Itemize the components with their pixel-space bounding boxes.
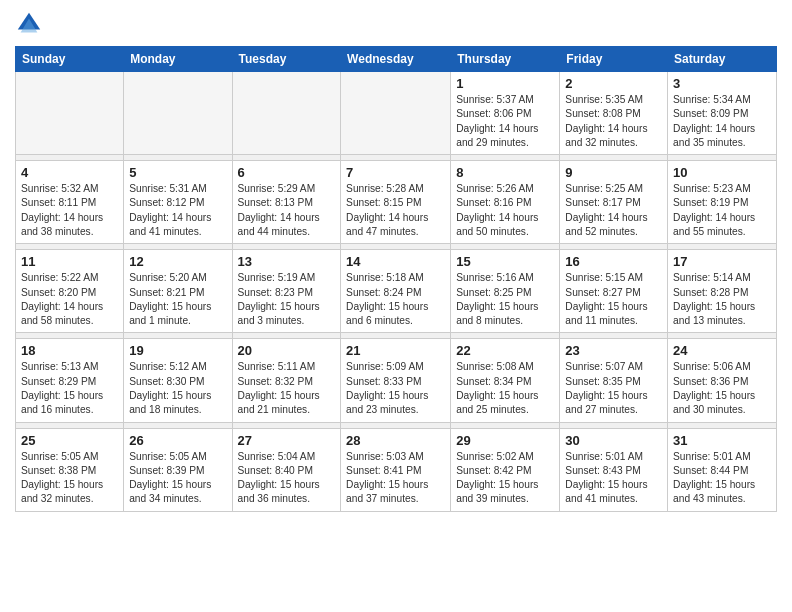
calendar-cell: 2Sunrise: 5:35 AMSunset: 8:08 PMDaylight… [560,72,668,155]
calendar-cell: 21Sunrise: 5:09 AMSunset: 8:33 PMDayligh… [341,339,451,422]
calendar-cell: 9Sunrise: 5:25 AMSunset: 8:17 PMDaylight… [560,161,668,244]
day-number: 2 [565,76,662,91]
calendar-cell: 24Sunrise: 5:06 AMSunset: 8:36 PMDayligh… [668,339,777,422]
day-info: Sunrise: 5:37 AMSunset: 8:06 PMDaylight:… [456,93,554,150]
calendar-cell: 19Sunrise: 5:12 AMSunset: 8:30 PMDayligh… [124,339,232,422]
day-number: 14 [346,254,445,269]
day-info: Sunrise: 5:12 AMSunset: 8:30 PMDaylight:… [129,360,226,417]
day-header-wednesday: Wednesday [341,47,451,72]
day-number: 30 [565,433,662,448]
calendar-cell: 12Sunrise: 5:20 AMSunset: 8:21 PMDayligh… [124,250,232,333]
day-number: 15 [456,254,554,269]
calendar-cell: 15Sunrise: 5:16 AMSunset: 8:25 PMDayligh… [451,250,560,333]
day-info: Sunrise: 5:01 AMSunset: 8:43 PMDaylight:… [565,450,662,507]
calendar-cell: 25Sunrise: 5:05 AMSunset: 8:38 PMDayligh… [16,428,124,511]
calendar-cell: 13Sunrise: 5:19 AMSunset: 8:23 PMDayligh… [232,250,341,333]
day-info: Sunrise: 5:13 AMSunset: 8:29 PMDaylight:… [21,360,118,417]
header [15,10,777,38]
day-info: Sunrise: 5:20 AMSunset: 8:21 PMDaylight:… [129,271,226,328]
day-number: 8 [456,165,554,180]
day-number: 5 [129,165,226,180]
logo-icon [15,10,43,38]
day-number: 31 [673,433,771,448]
day-number: 20 [238,343,336,358]
calendar-cell: 1Sunrise: 5:37 AMSunset: 8:06 PMDaylight… [451,72,560,155]
day-info: Sunrise: 5:25 AMSunset: 8:17 PMDaylight:… [565,182,662,239]
day-number: 23 [565,343,662,358]
day-info: Sunrise: 5:19 AMSunset: 8:23 PMDaylight:… [238,271,336,328]
day-info: Sunrise: 5:29 AMSunset: 8:13 PMDaylight:… [238,182,336,239]
calendar-cell: 27Sunrise: 5:04 AMSunset: 8:40 PMDayligh… [232,428,341,511]
calendar-cell [16,72,124,155]
calendar-cell: 22Sunrise: 5:08 AMSunset: 8:34 PMDayligh… [451,339,560,422]
calendar-cell: 8Sunrise: 5:26 AMSunset: 8:16 PMDaylight… [451,161,560,244]
day-number: 9 [565,165,662,180]
day-info: Sunrise: 5:03 AMSunset: 8:41 PMDaylight:… [346,450,445,507]
calendar-cell: 14Sunrise: 5:18 AMSunset: 8:24 PMDayligh… [341,250,451,333]
day-info: Sunrise: 5:15 AMSunset: 8:27 PMDaylight:… [565,271,662,328]
day-info: Sunrise: 5:09 AMSunset: 8:33 PMDaylight:… [346,360,445,417]
day-number: 13 [238,254,336,269]
calendar-cell: 3Sunrise: 5:34 AMSunset: 8:09 PMDaylight… [668,72,777,155]
calendar-cell: 4Sunrise: 5:32 AMSunset: 8:11 PMDaylight… [16,161,124,244]
calendar-cell: 18Sunrise: 5:13 AMSunset: 8:29 PMDayligh… [16,339,124,422]
day-info: Sunrise: 5:23 AMSunset: 8:19 PMDaylight:… [673,182,771,239]
day-number: 11 [21,254,118,269]
calendar-cell: 17Sunrise: 5:14 AMSunset: 8:28 PMDayligh… [668,250,777,333]
calendar-cell [341,72,451,155]
day-number: 28 [346,433,445,448]
calendar-cell: 10Sunrise: 5:23 AMSunset: 8:19 PMDayligh… [668,161,777,244]
calendar-cell: 11Sunrise: 5:22 AMSunset: 8:20 PMDayligh… [16,250,124,333]
day-header-monday: Monday [124,47,232,72]
day-info: Sunrise: 5:08 AMSunset: 8:34 PMDaylight:… [456,360,554,417]
day-header-tuesday: Tuesday [232,47,341,72]
day-number: 29 [456,433,554,448]
day-info: Sunrise: 5:31 AMSunset: 8:12 PMDaylight:… [129,182,226,239]
day-number: 22 [456,343,554,358]
day-number: 6 [238,165,336,180]
day-number: 4 [21,165,118,180]
day-info: Sunrise: 5:32 AMSunset: 8:11 PMDaylight:… [21,182,118,239]
day-number: 10 [673,165,771,180]
day-number: 12 [129,254,226,269]
day-info: Sunrise: 5:34 AMSunset: 8:09 PMDaylight:… [673,93,771,150]
day-number: 1 [456,76,554,91]
day-number: 17 [673,254,771,269]
day-info: Sunrise: 5:28 AMSunset: 8:15 PMDaylight:… [346,182,445,239]
day-info: Sunrise: 5:04 AMSunset: 8:40 PMDaylight:… [238,450,336,507]
day-header-saturday: Saturday [668,47,777,72]
calendar-cell: 30Sunrise: 5:01 AMSunset: 8:43 PMDayligh… [560,428,668,511]
day-number: 16 [565,254,662,269]
day-info: Sunrise: 5:22 AMSunset: 8:20 PMDaylight:… [21,271,118,328]
day-number: 25 [21,433,118,448]
day-number: 21 [346,343,445,358]
day-info: Sunrise: 5:01 AMSunset: 8:44 PMDaylight:… [673,450,771,507]
calendar-cell: 31Sunrise: 5:01 AMSunset: 8:44 PMDayligh… [668,428,777,511]
calendar-table: SundayMondayTuesdayWednesdayThursdayFrid… [15,46,777,512]
calendar-cell: 26Sunrise: 5:05 AMSunset: 8:39 PMDayligh… [124,428,232,511]
calendar-cell: 28Sunrise: 5:03 AMSunset: 8:41 PMDayligh… [341,428,451,511]
day-info: Sunrise: 5:18 AMSunset: 8:24 PMDaylight:… [346,271,445,328]
day-header-sunday: Sunday [16,47,124,72]
calendar-cell: 29Sunrise: 5:02 AMSunset: 8:42 PMDayligh… [451,428,560,511]
day-number: 18 [21,343,118,358]
day-info: Sunrise: 5:05 AMSunset: 8:38 PMDaylight:… [21,450,118,507]
day-number: 27 [238,433,336,448]
day-info: Sunrise: 5:14 AMSunset: 8:28 PMDaylight:… [673,271,771,328]
day-number: 19 [129,343,226,358]
day-info: Sunrise: 5:06 AMSunset: 8:36 PMDaylight:… [673,360,771,417]
day-info: Sunrise: 5:05 AMSunset: 8:39 PMDaylight:… [129,450,226,507]
day-info: Sunrise: 5:26 AMSunset: 8:16 PMDaylight:… [456,182,554,239]
day-number: 7 [346,165,445,180]
calendar-cell: 23Sunrise: 5:07 AMSunset: 8:35 PMDayligh… [560,339,668,422]
day-header-friday: Friday [560,47,668,72]
calendar-cell: 6Sunrise: 5:29 AMSunset: 8:13 PMDaylight… [232,161,341,244]
day-number: 26 [129,433,226,448]
calendar-cell: 16Sunrise: 5:15 AMSunset: 8:27 PMDayligh… [560,250,668,333]
day-info: Sunrise: 5:11 AMSunset: 8:32 PMDaylight:… [238,360,336,417]
day-number: 24 [673,343,771,358]
calendar-cell [124,72,232,155]
day-number: 3 [673,76,771,91]
calendar-cell: 20Sunrise: 5:11 AMSunset: 8:32 PMDayligh… [232,339,341,422]
day-info: Sunrise: 5:07 AMSunset: 8:35 PMDaylight:… [565,360,662,417]
